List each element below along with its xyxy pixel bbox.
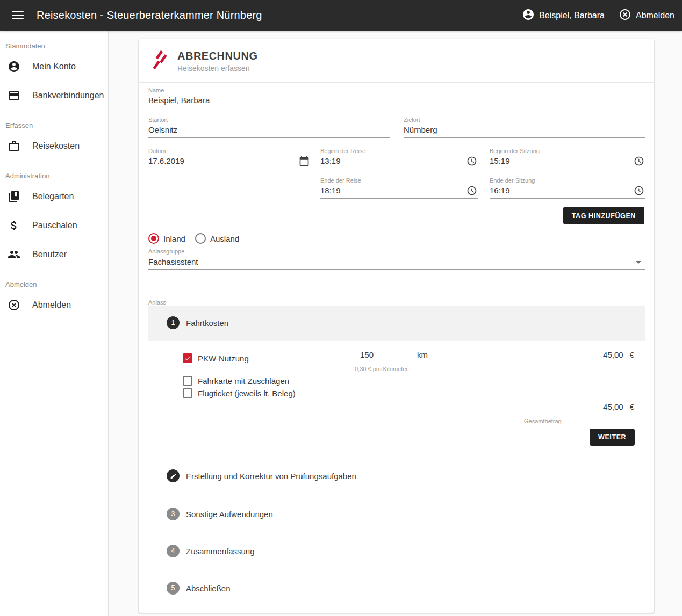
ende-reise-input[interactable] — [320, 186, 478, 199]
zielort-input[interactable] — [404, 126, 645, 138]
topbar: Reisekosten - Steuerberaterkammer Nürnbe… — [0, 0, 682, 31]
euro-suffix: € — [630, 402, 634, 411]
sidebar-item-belegarten[interactable]: Belegarten — [0, 182, 108, 211]
step-connector — [173, 561, 173, 579]
menu-icon[interactable] — [12, 11, 24, 20]
step-connector — [173, 524, 173, 542]
zielort-label: Zielort — [404, 117, 645, 124]
briefcase-icon — [8, 140, 20, 153]
clock-icon[interactable] — [634, 185, 644, 196]
edit-icon — [170, 473, 177, 480]
startort-label: Startort — [148, 117, 390, 124]
step1-label[interactable]: Fahrtkosten — [186, 318, 228, 328]
sidebar-item-pauschalen[interactable]: Pauschalen — [0, 211, 108, 240]
flugticket-label[interactable]: Flugticket (jeweils lt. Beleg) — [198, 389, 296, 398]
main-area: ABRECHNUNG Reisekosten erfassen Name Sta… — [109, 31, 682, 616]
app-title: Reisekosten - Steuerberaterkammer Nürnbe… — [37, 9, 262, 21]
step-connector — [173, 334, 173, 467]
step5-label[interactable]: Abschließen — [186, 584, 231, 593]
anlassgruppe-label: Anlassgruppe — [148, 248, 645, 255]
pkw-checkbox[interactable] — [183, 353, 192, 363]
people-icon — [8, 248, 20, 261]
abrechnung-card: ABRECHNUNG Reisekosten erfassen Name Sta… — [139, 39, 654, 613]
page-title: ABRECHNUNG — [177, 50, 257, 62]
clock-icon[interactable] — [466, 156, 477, 166]
calendar-icon[interactable] — [299, 156, 310, 166]
step4-circle[interactable]: 4 — [167, 545, 180, 557]
logout-label: Abmelden — [636, 11, 674, 20]
fahrkarte-checkbox[interactable] — [183, 376, 192, 386]
sidebar-item-abmelden[interactable]: Abmelden — [0, 291, 108, 320]
step3-circle[interactable]: 3 — [167, 508, 180, 520]
weiter-button[interactable]: WEITER — [590, 429, 635, 446]
sidebar-heading-erfassen: Erfassen — [5, 119, 108, 132]
sidebar-heading-stammdaten: Stammdaten — [5, 39, 108, 52]
ende-reise-field: Ende der Reise — [320, 177, 478, 199]
ende-sitzung-label: Ende der Sitzung — [490, 177, 645, 184]
name-label: Name — [148, 87, 645, 94]
region-radio-group: Inland Ausland — [148, 233, 239, 244]
beginn-reise-input[interactable] — [320, 157, 478, 169]
km-rate-hint: 0,30 € pro Kilometer — [348, 366, 428, 372]
step2-circle[interactable] — [167, 469, 180, 482]
radio-inland-icon[interactable] — [148, 233, 159, 244]
beginn-reise-label: Beginn der Reise — [320, 148, 478, 155]
anlassgruppe-select[interactable]: Anlassgruppe Fachasisstent — [148, 248, 645, 270]
sidebar-item-benutzer[interactable]: Benutzer — [0, 240, 108, 269]
radio-ausland-icon[interactable] — [195, 233, 206, 244]
sidebar-item-mein-konto[interactable]: Mein Konto — [0, 52, 108, 81]
flugticket-checkbox-row[interactable]: Flugticket (jeweils lt. Beleg) — [183, 388, 296, 398]
step5-circle[interactable]: 5 — [167, 582, 180, 595]
logout-icon — [619, 8, 631, 23]
cancel-icon — [8, 299, 20, 311]
ende-sitzung-input[interactable] — [490, 186, 645, 199]
sidebar-heading-abmelden: Abmelden — [5, 278, 108, 291]
step3-label[interactable]: Sonstige Aufwendungen — [186, 510, 273, 519]
check-icon — [184, 354, 191, 362]
pkw-label[interactable]: PKW-Nutzung — [198, 354, 249, 363]
pkw-amount-input[interactable] — [562, 350, 623, 359]
km-input[interactable] — [348, 350, 411, 359]
clock-icon[interactable] — [634, 156, 644, 166]
name-input[interactable] — [148, 96, 645, 108]
ende-reise-label: Ende der Reise — [320, 177, 478, 184]
beginn-sitzung-input[interactable] — [490, 157, 645, 169]
tag-hinzufuegen-button[interactable]: TAG HINZUFÜGEN — [563, 207, 644, 224]
step2-label[interactable]: Erstellung und Korrektur von Prüfungsauf… — [186, 472, 356, 481]
sidebar-item-bankverbindungen[interactable]: Bankverbindungen — [0, 81, 108, 110]
sidebar-item-label: Benutzer — [32, 250, 67, 259]
radio-inland[interactable]: Inland — [148, 233, 185, 244]
sidebar: Stammdaten Mein Konto Bankverbindungen E… — [0, 31, 109, 616]
radio-inland-label[interactable]: Inland — [163, 234, 185, 243]
account-icon — [522, 8, 535, 23]
gesamtbetrag-field: € Gesamtbetrag — [524, 402, 634, 424]
flugticket-checkbox[interactable] — [183, 388, 192, 398]
user-name: Beispiel, Barbara — [539, 11, 605, 20]
radio-ausland[interactable]: Ausland — [195, 233, 239, 244]
fahrkarte-label[interactable]: Fahrkarte mit Zuschlägen — [198, 376, 289, 386]
clock-icon[interactable] — [466, 185, 477, 196]
dollar-icon — [8, 219, 20, 232]
fahrkarte-checkbox-row[interactable]: Fahrkarte mit Zuschlägen — [183, 376, 289, 386]
collections-icon — [8, 190, 20, 203]
euro-suffix: € — [630, 350, 634, 359]
sidebar-item-label: Abmelden — [32, 300, 71, 310]
gesamtbetrag-label: Gesamtbetrag — [524, 418, 634, 424]
name-field: Name — [148, 87, 645, 108]
sidebar-item-label: Bankverbindungen — [32, 91, 104, 100]
pkw-checkbox-row[interactable]: PKW-Nutzung — [183, 353, 249, 363]
beginn-sitzung-field: Beginn der Sitzung — [490, 148, 645, 169]
sidebar-item-label: Pauschalen — [32, 221, 77, 230]
startort-input[interactable] — [148, 126, 390, 138]
radio-ausland-label[interactable]: Ausland — [210, 234, 239, 243]
step4-label[interactable]: Zusammenfassung — [186, 547, 255, 556]
anlass-label: Anlass — [148, 299, 645, 306]
step1-circle[interactable]: 1 — [167, 316, 180, 329]
pkw-amount-field: € — [562, 350, 634, 363]
logout-button[interactable]: Abmelden — [619, 8, 674, 23]
user-menu[interactable]: Beispiel, Barbara — [522, 8, 605, 23]
sidebar-item-label: Reisekosten — [32, 141, 80, 151]
anlassgruppe-value[interactable]: Fachasisstent — [148, 257, 645, 270]
beginn-reise-field: Beginn der Reise — [320, 148, 478, 169]
sidebar-item-reisekosten[interactable]: Reisekosten — [0, 132, 108, 161]
